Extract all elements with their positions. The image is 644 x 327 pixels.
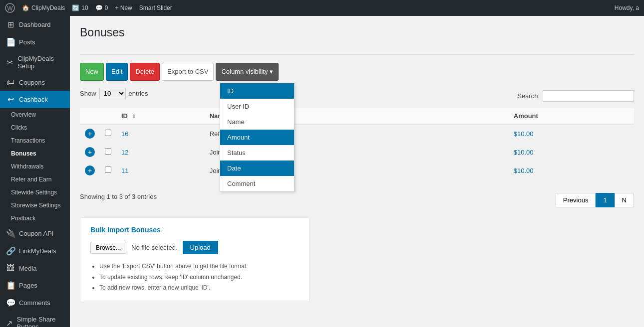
sidebar-item-postback[interactable]: Postback bbox=[0, 212, 70, 225]
sidebar-item-dashboard[interactable]: ⊞ Dashboard bbox=[0, 16, 70, 33]
page-1-button[interactable]: 1 bbox=[596, 193, 614, 207]
bulk-import-title-plain: Bulk bbox=[90, 226, 107, 234]
sidebar-label-media: Media bbox=[19, 265, 36, 272]
new-button[interactable]: New bbox=[80, 63, 104, 81]
admin-bar: W 🏠 ClipMyDeals 🔄 10 💬 0 + New Smart Sli… bbox=[0, 0, 644, 16]
edit-button[interactable]: Edit bbox=[106, 63, 128, 81]
sidebar-item-transactions[interactable]: Transactions bbox=[0, 134, 70, 147]
search-input[interactable] bbox=[543, 90, 634, 102]
sidebar-item-media[interactable]: 🖼 Media bbox=[0, 260, 70, 277]
sidebar-item-refer-and-earn[interactable]: Refer and Earn bbox=[0, 173, 70, 186]
comments-sidebar-icon: 💬 bbox=[6, 298, 15, 308]
col-header-id: ID ⇕ bbox=[116, 108, 205, 124]
import-note-1: Use the 'Export CSV' button above to get… bbox=[99, 261, 299, 272]
bonuses-label: Bonuses bbox=[11, 150, 36, 157]
entries-label: entries bbox=[129, 90, 148, 97]
upload-button[interactable]: Upload bbox=[183, 241, 218, 254]
sidebar-item-clipmydeals[interactable]: ✂ ClipMyDeals Setup bbox=[0, 51, 70, 74]
col-vis-id[interactable]: ID bbox=[220, 83, 294, 99]
sidebar-item-sitewide-settings[interactable]: Sitewide Settings bbox=[0, 186, 70, 199]
sidebar-item-storewise-settings[interactable]: Storewise Settings bbox=[0, 199, 70, 212]
linkmydeals-icon: 🔗 bbox=[6, 246, 15, 256]
col-vis-status[interactable]: Status bbox=[220, 145, 294, 161]
export-csv-button[interactable]: Export to CSV bbox=[162, 63, 214, 81]
next-button[interactable]: N bbox=[615, 193, 634, 207]
row-checkbox-1[interactable] bbox=[105, 130, 111, 136]
clipmydeals-icon: ✂ bbox=[6, 58, 13, 67]
sidebar-label-dashboard: Dashboard bbox=[19, 21, 51, 28]
sidebar-item-clicks[interactable]: Clicks bbox=[0, 121, 70, 134]
expand-row-1[interactable]: + bbox=[85, 129, 95, 139]
row-amount-2: $10.00 bbox=[509, 143, 634, 162]
table-row: + 12 Joining Bonus $10.00 bbox=[80, 143, 634, 162]
row-id-2[interactable]: 12 bbox=[121, 149, 128, 156]
main-content: Bonuses New Edit Delete Export to CSV Co… bbox=[70, 16, 644, 327]
bulk-import-section: Bulk Import Bonuses Browse... No file se… bbox=[80, 217, 310, 302]
sidebar-label-cashback: Cashback bbox=[19, 96, 48, 103]
row-id-3[interactable]: 11 bbox=[121, 167, 128, 174]
adminbar-site-icon: 🏠 bbox=[22, 4, 29, 11]
adminbar-new-label: + New bbox=[115, 4, 132, 11]
adminbar-site-name: ClipMyDeals bbox=[31, 4, 65, 11]
sidebar-item-posts[interactable]: 📄 Posts bbox=[0, 33, 70, 51]
browse-button[interactable]: Browse... bbox=[90, 242, 126, 254]
previous-button[interactable]: Previous bbox=[556, 193, 596, 207]
sidebar-item-cashback[interactable]: ↩ Cashback bbox=[0, 91, 70, 108]
bulk-import-title-link[interactable]: Import Bonuses bbox=[107, 226, 161, 234]
pagination-row: Showing 1 to 3 of 3 entries Previous 1 N bbox=[80, 186, 634, 207]
sidebar-item-overview[interactable]: Overview bbox=[0, 108, 70, 121]
sidebar-item-comments[interactable]: 💬 Comments bbox=[0, 294, 70, 312]
sidebar-item-withdrawals[interactable]: Withdrawals bbox=[0, 160, 70, 173]
column-visibility-dropdown: ID User ID Name Amount Status Date Comme… bbox=[220, 83, 295, 192]
show-entries: Show 10 25 50 100 entries bbox=[80, 88, 148, 99]
storewise-settings-label: Storewise Settings bbox=[11, 202, 60, 209]
adminbar-new[interactable]: + New bbox=[115, 4, 132, 11]
table-controls: Show 10 25 50 100 entries Search: bbox=[80, 88, 634, 104]
entries-select[interactable]: 10 25 50 100 bbox=[99, 88, 126, 99]
id-sort-icon: ⇕ bbox=[132, 114, 136, 119]
expand-row-2[interactable]: + bbox=[85, 147, 95, 157]
overview-label: Overview bbox=[11, 111, 36, 118]
sitewide-settings-label: Sitewide Settings bbox=[11, 189, 57, 196]
search-box: Search: bbox=[517, 90, 634, 102]
sidebar-item-pages[interactable]: 📋 Pages bbox=[0, 277, 70, 294]
adminbar-howdy: Howdy, a bbox=[615, 4, 639, 11]
adminbar-updates[interactable]: 🔄 10 bbox=[72, 4, 88, 11]
sidebar-item-coupon-api[interactable]: 🔌 Coupon API bbox=[0, 225, 70, 242]
sidebar-item-coupons[interactable]: 🏷 Coupons bbox=[0, 74, 70, 91]
row-id-1[interactable]: 16 bbox=[121, 130, 128, 138]
import-note-3: To add new rows, enter a new unique 'ID'… bbox=[99, 283, 299, 294]
col-vis-date[interactable]: Date bbox=[220, 161, 294, 176]
col-vis-amount[interactable]: Amount bbox=[220, 130, 294, 145]
col-vis-comment[interactable]: Comment bbox=[220, 176, 294, 191]
withdrawals-label: Withdrawals bbox=[11, 163, 43, 170]
row-checkbox-2[interactable] bbox=[105, 148, 111, 155]
row-amount-3: $10.00 bbox=[509, 162, 634, 180]
transactions-label: Transactions bbox=[11, 137, 45, 144]
adminbar-plugin[interactable]: Smart Slider bbox=[139, 4, 172, 11]
wp-logo[interactable]: W bbox=[5, 3, 15, 13]
row-checkbox-3[interactable] bbox=[105, 166, 111, 173]
page-title: Bonuses bbox=[80, 26, 634, 44]
sidebar-item-simple-share[interactable]: ↗ Simple Share Buttons bbox=[0, 312, 70, 327]
row-amount-1: $10.00 bbox=[509, 124, 634, 143]
adminbar-site[interactable]: 🏠 ClipMyDeals bbox=[22, 4, 65, 11]
sidebar-label-pages: Pages bbox=[19, 282, 37, 289]
file-upload-row: Browse... No file selected. Upload bbox=[90, 241, 299, 254]
pagination-showing: Showing 1 to 3 of 3 entries bbox=[80, 193, 157, 200]
column-visibility-button[interactable]: Column visibility bbox=[216, 63, 279, 81]
dashboard-icon: ⊞ bbox=[6, 20, 15, 29]
pagination: Previous 1 N bbox=[556, 193, 634, 207]
col-vis-name[interactable]: Name bbox=[220, 114, 294, 130]
import-note-2: To update existing rows, keep 'ID' colum… bbox=[99, 272, 299, 283]
coupons-icon: 🏷 bbox=[6, 78, 15, 87]
expand-row-3[interactable]: + bbox=[85, 165, 95, 175]
delete-button[interactable]: Delete bbox=[130, 63, 160, 81]
col-vis-userid[interactable]: User ID bbox=[220, 99, 294, 114]
media-icon: 🖼 bbox=[6, 264, 15, 273]
sidebar-item-bonuses[interactable]: Bonuses bbox=[0, 147, 70, 160]
table-row: + 16 Referral (refer@test.com) $10.00 bbox=[80, 124, 634, 143]
comments-count: 0 bbox=[105, 4, 108, 11]
adminbar-comments[interactable]: 💬 0 bbox=[95, 4, 108, 11]
sidebar-item-linkmydeals[interactable]: 🔗 LinkMyDeals bbox=[0, 242, 70, 260]
